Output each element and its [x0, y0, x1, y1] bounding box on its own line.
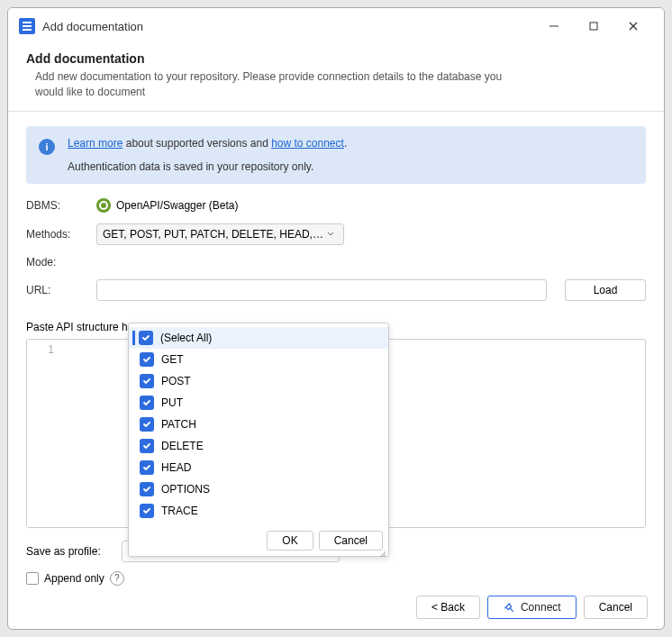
info-box: i Learn more about supported versions an… — [26, 126, 646, 184]
save-as-profile-label: Save as profile: — [26, 545, 113, 558]
popup-item-label: (Select All) — [160, 332, 212, 344]
cancel-button[interactable]: Cancel — [584, 596, 648, 619]
checkmark-icon — [140, 460, 154, 475]
resize-handle-icon[interactable] — [377, 545, 386, 554]
svg-point-7 — [382, 553, 383, 554]
popup-item[interactable]: TRACE — [129, 500, 388, 522]
dialog-window: Add documentation Add documentation Add … — [7, 7, 665, 630]
popup-ok-button[interactable]: OK — [267, 531, 313, 551]
info-text-1: about supported versions and — [123, 137, 271, 150]
url-label: URL: — [26, 284, 96, 296]
checkmark-icon — [140, 417, 154, 432]
checkmark-icon — [140, 352, 154, 367]
dbms-value: OpenAPI/Swagger (Beta) — [116, 199, 238, 212]
popup-item-label: DELETE — [161, 440, 204, 452]
methods-label: Methods: — [26, 228, 96, 241]
append-only-checkbox[interactable] — [26, 572, 39, 585]
mode-label: Mode: — [26, 256, 96, 268]
minimize-button[interactable] — [534, 12, 574, 41]
popup-item[interactable]: POST — [129, 370, 388, 392]
methods-dropdown[interactable]: GET, POST, PUT, PATCH, DELETE, HEAD, OPT… — [96, 223, 344, 245]
content: i Learn more about supported versions an… — [8, 112, 664, 600]
svg-point-4 — [384, 551, 385, 552]
popup-item[interactable]: PUT — [129, 392, 388, 414]
url-input[interactable] — [96, 279, 547, 301]
connect-button-label: Connect — [521, 601, 561, 614]
popup-item-label: PATCH — [161, 418, 196, 431]
window-title: Add documentation — [42, 20, 143, 33]
load-button[interactable]: Load — [565, 279, 646, 301]
checkmark-icon — [140, 482, 154, 496]
svg-point-6 — [384, 555, 385, 556]
popup-item[interactable]: HEAD — [129, 457, 388, 478]
popup-item-label: PUT — [161, 396, 183, 409]
svg-rect-1 — [590, 23, 597, 30]
how-to-connect-link[interactable]: how to connect — [271, 137, 344, 150]
popup-cancel-button[interactable]: Cancel — [319, 531, 383, 551]
line-number: 1 — [27, 340, 59, 527]
header-title: Add documentation — [26, 51, 646, 66]
close-button[interactable] — [613, 12, 653, 41]
connect-button[interactable]: Connect — [487, 596, 577, 619]
info-icon: i — [39, 139, 55, 155]
swagger-icon — [96, 198, 111, 213]
svg-point-9 — [382, 555, 383, 556]
svg-point-5 — [380, 555, 381, 556]
popup-item[interactable]: GET — [129, 349, 388, 370]
app-icon — [19, 18, 35, 34]
footer: < Back Connect Cancel — [8, 586, 664, 629]
popup-item-label: TRACE — [161, 505, 198, 517]
popup-item[interactable]: (Select All) — [129, 327, 388, 349]
checkmark-icon — [139, 331, 153, 345]
maximize-button[interactable] — [574, 12, 613, 41]
chevron-down-icon — [323, 227, 338, 241]
info-text-3: Authentication data is saved in your rep… — [68, 160, 347, 173]
header: Add documentation Add new documentation … — [8, 44, 664, 112]
svg-point-8 — [384, 553, 385, 554]
titlebar: Add documentation — [8, 8, 664, 44]
plug-icon — [503, 601, 515, 614]
popup-item[interactable]: DELETE — [129, 435, 388, 457]
popup-item-label: OPTIONS — [161, 483, 210, 496]
popup-item-label: GET — [161, 353, 184, 366]
back-button[interactable]: < Back — [416, 596, 480, 619]
checkmark-icon — [140, 374, 154, 388]
methods-popup: (Select All)GETPOSTPUTPATCHDELETEHEADOPT… — [128, 323, 389, 557]
methods-dropdown-text: GET, POST, PUT, PATCH, DELETE, HEAD, OPT… — [103, 228, 323, 241]
checkmark-icon — [140, 396, 154, 410]
checkmark-icon — [140, 439, 154, 453]
append-only-label: Append only — [44, 572, 104, 585]
popup-item[interactable]: PATCH — [129, 414, 388, 435]
dbms-label: DBMS: — [26, 199, 96, 212]
window-controls — [534, 12, 653, 41]
popup-item[interactable]: OPTIONS — [129, 478, 388, 500]
popup-item-label: POST — [161, 375, 191, 387]
info-text-2: . — [344, 137, 347, 150]
checkmark-icon — [140, 504, 154, 518]
header-subtitle: Add new documentation to your repository… — [26, 69, 531, 100]
popup-item-label: HEAD — [161, 461, 191, 474]
help-icon[interactable]: ? — [110, 571, 124, 586]
learn-more-link[interactable]: Learn more — [68, 137, 123, 150]
